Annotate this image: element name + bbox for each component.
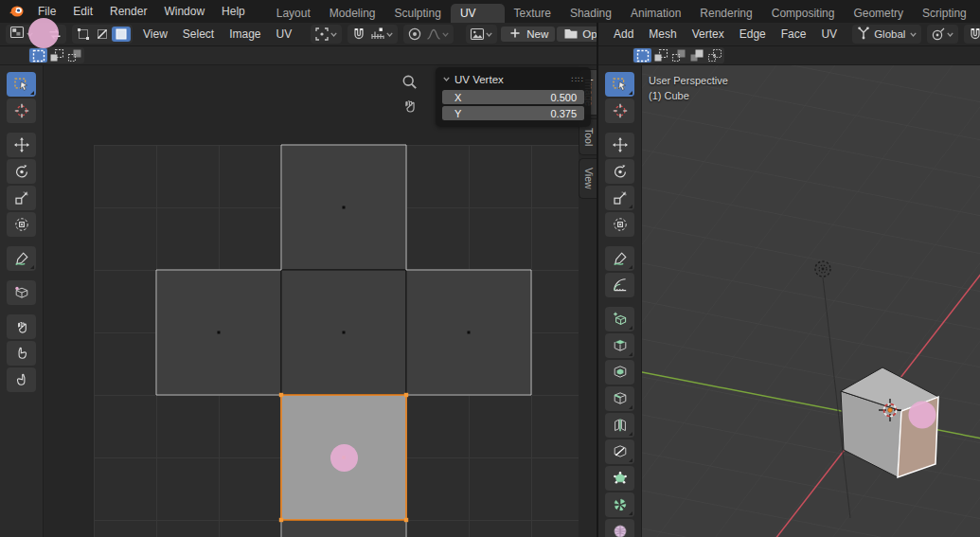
tool-move-button[interactable] — [7, 133, 36, 157]
viewport-menu-add[interactable]: Add — [606, 23, 641, 45]
menu-render[interactable]: Render — [101, 0, 155, 23]
uv-image-editor-icon — [9, 25, 25, 44]
browse-image-dropdown[interactable] — [468, 27, 495, 42]
uv-menu-view[interactable]: View — [135, 23, 175, 45]
viewport-overlay-text: User Perspective (1) Cube — [649, 73, 728, 103]
select-mode-face-button[interactable] — [112, 27, 131, 42]
tool-scale-button[interactable] — [7, 186, 36, 210]
uv-island — [43, 65, 579, 537]
viewport-menu-face[interactable]: Face — [774, 23, 814, 45]
plus-icon — [508, 26, 523, 43]
panel-drag-grip[interactable]: ∷∷ — [572, 75, 584, 84]
selection-extend-button[interactable] — [651, 48, 669, 63]
selection-invert-button[interactable] — [687, 48, 705, 63]
zoom-gizmo-icon[interactable] — [401, 74, 419, 91]
viewport-tool-settings — [598, 46, 980, 65]
tool-grab-button[interactable] — [7, 314, 36, 339]
tool-cursor-button[interactable] — [7, 98, 36, 123]
workspace-tab-rendering[interactable]: Rendering — [690, 4, 761, 23]
tool-extrude-region-button[interactable] — [605, 333, 634, 358]
uv-editor: ViewSelectImageUV New Open — [0, 23, 597, 537]
tool-knife-button[interactable] — [605, 439, 634, 464]
tool-loop-cut-button[interactable] — [605, 413, 634, 438]
tool-scale-button[interactable] — [605, 186, 634, 210]
panel-expand-chevron[interactable] — [442, 74, 451, 85]
menu-help[interactable]: Help — [213, 0, 254, 23]
workspace-tabs: LayoutModelingSculptingUV EditingTexture… — [267, 0, 980, 23]
uv-vertex-x-field[interactable]: X 0.500 — [442, 90, 584, 104]
tool-poly-build-button[interactable] — [605, 466, 634, 491]
workspace-tab-texture-paint[interactable]: Texture Paint — [505, 4, 561, 23]
tool-inset-faces-button[interactable] — [605, 360, 634, 385]
tool-smooth-button[interactable] — [605, 519, 634, 537]
topbar: FileEditRenderWindowHelp LayoutModelingS… — [0, 0, 980, 24]
menu-window[interactable]: Window — [155, 0, 213, 23]
tool-tweak-select-button[interactable] — [7, 72, 36, 97]
tool-measure-button[interactable] — [605, 273, 634, 297]
proportional-editing-toggle[interactable] — [405, 27, 424, 42]
viewport-toolbar — [598, 65, 642, 537]
workspace-tab-sculpting[interactable]: Sculpting — [385, 4, 451, 23]
tool-pinch-button[interactable] — [7, 367, 36, 392]
new-image-button[interactable]: New — [501, 27, 555, 42]
uv-menu-image[interactable]: Image — [222, 23, 268, 45]
blender-logo-icon[interactable] — [8, 3, 26, 20]
add-workspace-button[interactable]: + — [976, 4, 980, 23]
workspace-tab-layout[interactable]: Layout — [267, 4, 320, 23]
tool-cursor-button[interactable] — [605, 98, 634, 123]
tool-annotate-button[interactable] — [7, 246, 36, 271]
sidebar-tab-view[interactable]: View — [579, 158, 597, 199]
tool-move-button[interactable] — [605, 133, 634, 157]
snap-toggle[interactable] — [349, 27, 368, 42]
selection-intersect-button[interactable] — [705, 48, 723, 63]
selection-set-button[interactable] — [29, 48, 47, 63]
tool-annotate-button[interactable] — [605, 246, 634, 271]
viewport-menu-vertex[interactable]: Vertex — [685, 23, 732, 45]
workspace-tab-compositing[interactable]: Compositing — [762, 4, 845, 23]
pan-gizmo-icon[interactable] — [401, 98, 419, 115]
viewport-3d: AddMeshVertexEdgeFaceUV Global — [597, 23, 980, 537]
viewport-scene — [598, 65, 980, 537]
selection-subtract-button[interactable] — [669, 48, 687, 63]
tool-add-cube-button[interactable] — [605, 307, 634, 331]
tool-rip-region-button[interactable] — [7, 280, 36, 305]
viewport-canvas[interactable]: User Perspective (1) Cube — [598, 65, 980, 537]
proportional-falloff-dropdown[interactable] — [424, 27, 452, 42]
snap-toggle[interactable] — [966, 27, 980, 42]
viewport-menu-mesh[interactable]: Mesh — [641, 23, 684, 45]
selection-set-button[interactable] — [633, 48, 651, 63]
workspace-tab-animation[interactable]: Animation — [621, 4, 690, 23]
menu-edit[interactable]: Edit — [64, 0, 101, 23]
tool-tweak-select-button[interactable] — [605, 72, 634, 97]
open-image-button[interactable]: Open — [557, 27, 597, 42]
tool-spin-button[interactable] — [605, 492, 634, 517]
selection-extend-button[interactable] — [47, 48, 65, 63]
uv-menu-select[interactable]: Select — [175, 23, 222, 45]
select-mode-vertex-button[interactable] — [74, 27, 93, 42]
workspace-tab-geometry-nodes[interactable]: Geometry Nodes — [844, 4, 913, 23]
viewport-menu-edge[interactable]: Edge — [732, 23, 774, 45]
tool-relax-button[interactable] — [7, 341, 36, 366]
uv-canvas[interactable] — [43, 65, 579, 537]
snap-settings-dropdown[interactable] — [368, 27, 396, 42]
uv-menu-uv[interactable]: UV — [269, 23, 300, 45]
workspace-tab-modeling[interactable]: Modeling — [320, 4, 385, 23]
tool-rotate-button[interactable] — [7, 159, 36, 184]
global-axes-icon — [856, 25, 871, 44]
tool-transform-button[interactable] — [7, 212, 36, 237]
pivot-point-dropdown[interactable] — [312, 27, 340, 42]
viewport-menu-uv[interactable]: UV — [813, 23, 845, 45]
select-mode-edge-button[interactable] — [93, 27, 112, 42]
tool-rotate-button[interactable] — [605, 159, 634, 184]
tool-bevel-button[interactable] — [605, 386, 634, 411]
workspace-tab-shading[interactable]: Shading — [561, 4, 621, 23]
workspace-tab-uv-editing[interactable]: UV Editing — [451, 4, 505, 23]
workspace-tab-scripting[interactable]: Scripting — [913, 4, 976, 23]
selection-subtract-button[interactable] — [65, 48, 83, 63]
tool-transform-button[interactable] — [605, 212, 634, 237]
uv-editor-menubar: ViewSelectImageUV — [135, 23, 299, 45]
transform-orientation-dropdown[interactable]: Global — [854, 27, 919, 42]
uv-vertex-y-field[interactable]: Y 0.375 — [442, 106, 584, 120]
blender-window: FileEditRenderWindowHelp LayoutModelingS… — [0, 0, 980, 537]
pivot-point-dropdown[interactable] — [929, 27, 956, 42]
